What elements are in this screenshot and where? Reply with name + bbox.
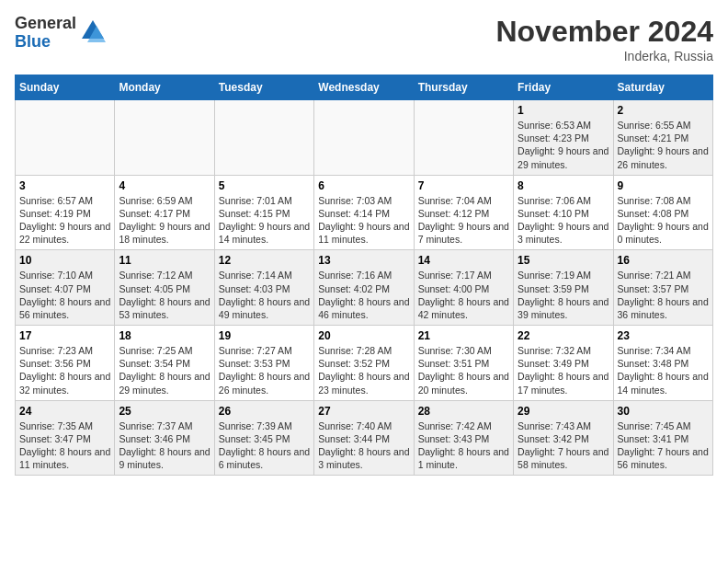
day-number: 25 xyxy=(119,405,210,418)
calendar-day-header: Wednesday xyxy=(314,75,414,100)
day-info: Sunrise: 7:19 AMSunset: 3:59 PMDaylight:… xyxy=(518,269,609,321)
day-info: Sunrise: 7:34 AMSunset: 3:48 PMDaylight:… xyxy=(618,344,709,396)
day-info: Sunrise: 7:45 AMSunset: 3:41 PMDaylight:… xyxy=(618,419,709,472)
calendar-cell: 8Sunrise: 7:06 AMSunset: 4:10 PMDaylight… xyxy=(514,175,613,250)
day-info: Sunrise: 7:43 AMSunset: 3:42 PMDaylight:… xyxy=(518,419,609,472)
day-info: Sunrise: 7:14 AMSunset: 4:03 PMDaylight:… xyxy=(219,269,310,321)
logo-blue: Blue xyxy=(15,33,76,52)
calendar-cell: 22Sunrise: 7:32 AMSunset: 3:49 PMDayligh… xyxy=(514,326,613,401)
calendar-cell: 9Sunrise: 7:08 AMSunset: 4:08 PMDaylight… xyxy=(613,175,712,250)
day-number: 6 xyxy=(318,179,409,192)
day-number: 19 xyxy=(219,329,310,342)
day-number: 29 xyxy=(518,405,609,418)
day-info: Sunrise: 7:10 AMSunset: 4:07 PMDaylight:… xyxy=(19,269,110,321)
calendar-week-row: 17Sunrise: 7:23 AMSunset: 3:56 PMDayligh… xyxy=(16,326,713,401)
calendar-cell: 10Sunrise: 7:10 AMSunset: 4:07 PMDayligh… xyxy=(16,250,115,326)
calendar-cell: 12Sunrise: 7:14 AMSunset: 4:03 PMDayligh… xyxy=(214,250,313,326)
day-number: 24 xyxy=(19,405,110,418)
location: Inderka, Russia xyxy=(495,49,713,63)
calendar-cell xyxy=(16,100,115,176)
day-info: Sunrise: 7:30 AMSunset: 3:51 PMDaylight:… xyxy=(418,344,509,396)
calendar-cell: 19Sunrise: 7:27 AMSunset: 3:53 PMDayligh… xyxy=(214,326,313,401)
day-number: 4 xyxy=(119,179,210,192)
calendar-cell: 11Sunrise: 7:12 AMSunset: 4:05 PMDayligh… xyxy=(115,250,214,326)
calendar-cell: 17Sunrise: 7:23 AMSunset: 3:56 PMDayligh… xyxy=(16,326,115,401)
day-number: 7 xyxy=(418,179,509,192)
day-info: Sunrise: 7:25 AMSunset: 3:54 PMDaylight:… xyxy=(119,344,210,396)
calendar-week-row: 24Sunrise: 7:35 AMSunset: 3:47 PMDayligh… xyxy=(16,400,713,476)
title-section: November 2024 Inderka, Russia xyxy=(495,15,713,63)
calendar-cell: 7Sunrise: 7:04 AMSunset: 4:12 PMDaylight… xyxy=(414,175,513,250)
day-info: Sunrise: 7:08 AMSunset: 4:08 PMDaylight:… xyxy=(618,194,709,247)
calendar-cell: 13Sunrise: 7:16 AMSunset: 4:02 PMDayligh… xyxy=(314,250,414,326)
day-info: Sunrise: 6:59 AMSunset: 4:17 PMDaylight:… xyxy=(119,194,210,247)
calendar-cell: 5Sunrise: 7:01 AMSunset: 4:15 PMDaylight… xyxy=(214,175,313,250)
calendar-header-row: SundayMondayTuesdayWednesdayThursdayFrid… xyxy=(16,75,713,100)
day-number: 12 xyxy=(219,254,310,267)
day-number: 2 xyxy=(618,104,709,117)
day-number: 26 xyxy=(219,405,310,418)
day-number: 20 xyxy=(318,329,409,342)
day-info: Sunrise: 7:40 AMSunset: 3:44 PMDaylight:… xyxy=(318,419,409,472)
day-info: Sunrise: 7:27 AMSunset: 3:53 PMDaylight:… xyxy=(219,344,310,396)
day-number: 11 xyxy=(119,254,210,267)
calendar-table: SundayMondayTuesdayWednesdayThursdayFrid… xyxy=(15,75,713,476)
calendar-cell: 28Sunrise: 7:42 AMSunset: 3:43 PMDayligh… xyxy=(414,400,513,476)
month-title: November 2024 xyxy=(495,15,713,49)
calendar-cell: 3Sunrise: 6:57 AMSunset: 4:19 PMDaylight… xyxy=(16,175,115,250)
day-number: 23 xyxy=(618,329,709,342)
calendar-cell: 21Sunrise: 7:30 AMSunset: 3:51 PMDayligh… xyxy=(414,326,513,401)
calendar-cell: 24Sunrise: 7:35 AMSunset: 3:47 PMDayligh… xyxy=(16,400,115,476)
day-info: Sunrise: 7:28 AMSunset: 3:52 PMDaylight:… xyxy=(318,344,409,396)
day-info: Sunrise: 7:04 AMSunset: 4:12 PMDaylight:… xyxy=(418,194,509,247)
day-info: Sunrise: 7:12 AMSunset: 4:05 PMDaylight:… xyxy=(119,269,210,321)
calendar-week-row: 1Sunrise: 6:53 AMSunset: 4:23 PMDaylight… xyxy=(16,100,713,176)
calendar-cell: 1Sunrise: 6:53 AMSunset: 4:23 PMDaylight… xyxy=(514,100,613,176)
day-info: Sunrise: 7:32 AMSunset: 3:49 PMDaylight:… xyxy=(518,344,609,396)
day-number: 9 xyxy=(618,179,709,192)
calendar-cell: 4Sunrise: 6:59 AMSunset: 4:17 PMDaylight… xyxy=(115,175,214,250)
day-info: Sunrise: 6:55 AMSunset: 4:21 PMDaylight:… xyxy=(618,119,709,171)
calendar-week-row: 10Sunrise: 7:10 AMSunset: 4:07 PMDayligh… xyxy=(16,250,713,326)
calendar-day-header: Friday xyxy=(514,75,613,100)
day-number: 18 xyxy=(119,329,210,342)
day-info: Sunrise: 7:42 AMSunset: 3:43 PMDaylight:… xyxy=(418,419,509,472)
day-number: 17 xyxy=(19,329,110,342)
day-info: Sunrise: 6:57 AMSunset: 4:19 PMDaylight:… xyxy=(19,194,110,247)
calendar-day-header: Sunday xyxy=(16,75,115,100)
calendar-cell: 16Sunrise: 7:21 AMSunset: 3:57 PMDayligh… xyxy=(613,250,712,326)
calendar-day-header: Monday xyxy=(115,75,214,100)
calendar-day-header: Thursday xyxy=(414,75,513,100)
day-info: Sunrise: 7:03 AMSunset: 4:14 PMDaylight:… xyxy=(318,194,409,247)
day-number: 21 xyxy=(418,329,509,342)
calendar-cell xyxy=(414,100,513,176)
page-header: General Blue November 2024 Inderka, Russ… xyxy=(15,15,713,63)
calendar-day-header: Saturday xyxy=(613,75,712,100)
day-info: Sunrise: 7:39 AMSunset: 3:45 PMDaylight:… xyxy=(219,419,310,472)
day-number: 8 xyxy=(518,179,609,192)
calendar-cell: 29Sunrise: 7:43 AMSunset: 3:42 PMDayligh… xyxy=(514,400,613,476)
calendar-cell: 30Sunrise: 7:45 AMSunset: 3:41 PMDayligh… xyxy=(613,400,712,476)
calendar-day-header: Tuesday xyxy=(214,75,313,100)
day-info: Sunrise: 7:01 AMSunset: 4:15 PMDaylight:… xyxy=(219,194,310,247)
calendar-week-row: 3Sunrise: 6:57 AMSunset: 4:19 PMDaylight… xyxy=(16,175,713,250)
calendar-cell: 2Sunrise: 6:55 AMSunset: 4:21 PMDaylight… xyxy=(613,100,712,176)
day-info: Sunrise: 6:53 AMSunset: 4:23 PMDaylight:… xyxy=(518,119,609,171)
day-number: 1 xyxy=(518,104,609,117)
calendar-cell: 25Sunrise: 7:37 AMSunset: 3:46 PMDayligh… xyxy=(115,400,214,476)
day-info: Sunrise: 7:17 AMSunset: 4:00 PMDaylight:… xyxy=(418,269,509,321)
day-number: 30 xyxy=(618,405,709,418)
day-number: 13 xyxy=(318,254,409,267)
day-number: 16 xyxy=(618,254,709,267)
calendar-cell: 27Sunrise: 7:40 AMSunset: 3:44 PMDayligh… xyxy=(314,400,414,476)
logo-general: General xyxy=(15,15,76,33)
day-number: 22 xyxy=(518,329,609,342)
day-number: 3 xyxy=(19,179,110,192)
day-number: 27 xyxy=(318,405,409,418)
calendar-cell: 14Sunrise: 7:17 AMSunset: 4:00 PMDayligh… xyxy=(414,250,513,326)
day-number: 15 xyxy=(518,254,609,267)
calendar-cell xyxy=(115,100,214,176)
logo: General Blue xyxy=(15,15,106,52)
day-info: Sunrise: 7:37 AMSunset: 3:46 PMDaylight:… xyxy=(119,419,210,472)
calendar-cell: 26Sunrise: 7:39 AMSunset: 3:45 PMDayligh… xyxy=(214,400,313,476)
